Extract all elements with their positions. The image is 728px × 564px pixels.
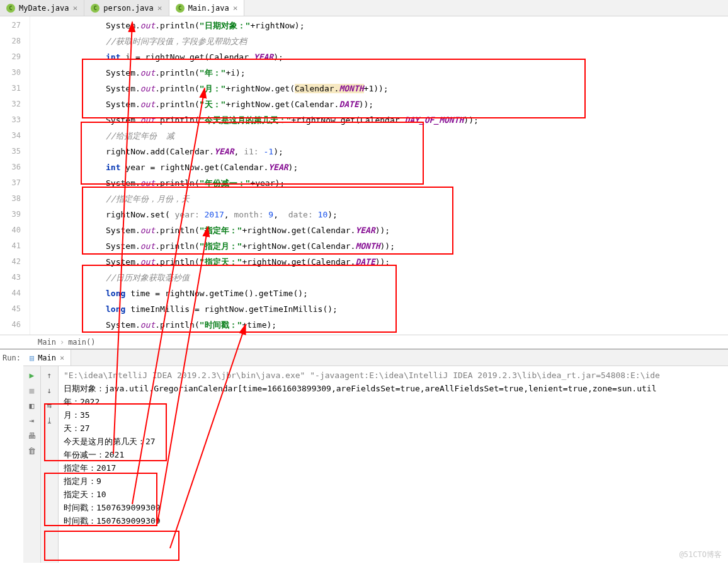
rerun-icon[interactable]: ▶ [25, 369, 38, 381]
close-icon[interactable]: × [60, 354, 64, 362]
chevron-right-icon: › [60, 338, 64, 347]
run-toolbar-secondary: ↑ ↓ ⇆ ⤓ [41, 366, 59, 563]
watermark: @51CTO博客 [680, 550, 722, 560]
editor-tabs-bar: C MyDate.java × C person.java × C Main.j… [0, 0, 728, 16]
tab-mydate[interactable]: C MyDate.java × [0, 0, 84, 16]
exit-icon[interactable]: ⇥ [25, 414, 38, 427]
java-class-icon: C [176, 4, 185, 13]
editor-pane: 2728293031323334353637383940414243444546… [0, 16, 728, 335]
close-icon[interactable]: × [72, 3, 77, 13]
trash-icon[interactable]: 🗑 [25, 444, 38, 457]
run-header: ▤ Main × [23, 350, 728, 366]
scroll-icon[interactable]: ⤓ [43, 414, 55, 427]
breadcrumbs: Main › main() [0, 335, 728, 348]
tab-person[interactable]: C person.java × [84, 0, 169, 16]
tab-label: Main.java [188, 4, 229, 13]
java-class-icon: C [91, 4, 100, 13]
tab-label: MyDate.java [19, 4, 69, 13]
up-icon[interactable]: ↑ [43, 369, 55, 381]
stop-icon[interactable]: ■ [25, 384, 38, 396]
tab-main[interactable]: C Main.java × [169, 0, 245, 16]
run-tab-main[interactable]: ▤ Main × [23, 350, 71, 365]
tab-label: person.java [103, 4, 153, 13]
code-area[interactable]: System.out.println("日期对象："+rightNow);//获… [30, 16, 728, 335]
wrap-icon[interactable]: ⇆ [43, 399, 55, 411]
run-config-icon: ▤ [30, 354, 34, 362]
down-icon[interactable]: ↓ [43, 384, 55, 396]
console-output[interactable]: "E:\idea\IntelliJ IDEA 2019.2.3\jbr\bin\… [59, 366, 728, 563]
run-tab-label: Main [38, 354, 56, 362]
run-label: Run: [0, 350, 23, 563]
gutter: 2728293031323334353637383940414243444546 [0, 16, 30, 335]
close-icon[interactable]: × [157, 3, 162, 13]
breadcrumb-method[interactable]: main() [68, 338, 95, 347]
java-class-icon: C [6, 4, 15, 13]
print-icon[interactable]: 🖶 [25, 429, 38, 442]
camera-icon[interactable]: ◧ [25, 399, 38, 411]
breadcrumb-class[interactable]: Main [38, 338, 56, 347]
run-toolbar-primary: ▶ ■ ◧ ⇥ 🖶 🗑 [23, 366, 41, 563]
close-icon[interactable]: × [233, 3, 238, 13]
run-panel: Run: ▤ Main × ▶ ■ ◧ ⇥ 🖶 🗑 ↑ ↓ ⇆ ⤓ [0, 348, 728, 563]
